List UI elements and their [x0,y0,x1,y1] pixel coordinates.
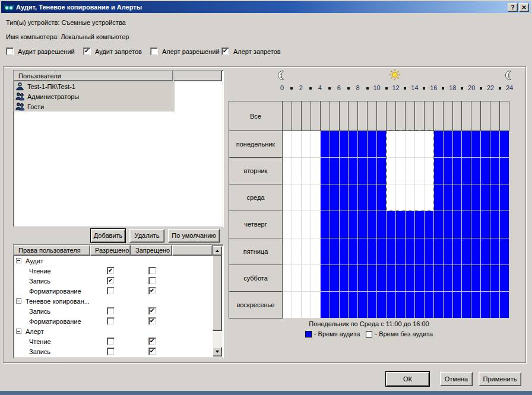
schedule-cell[interactable] [377,211,387,238]
grid-hour-header-cell[interactable] [500,101,509,131]
schedule-cell[interactable] [292,184,302,211]
collapse-icon[interactable] [16,258,21,263]
grid-hour-header-cell[interactable] [481,101,490,131]
schedule-cell[interactable] [434,131,444,158]
schedule-cell[interactable] [490,184,500,211]
grid-hour-header-cell[interactable] [377,101,387,131]
grid-day-label[interactable]: воскресенье [229,292,283,318]
schedule-cell[interactable] [368,184,377,211]
users-empty-column-header[interactable] [173,71,222,81]
schedule-cell[interactable] [377,292,387,318]
schedule-cell[interactable] [358,131,368,158]
audit-option-3[interactable]: Алерт разрешений [150,47,220,55]
allowed-checkbox[interactable] [107,317,115,325]
schedule-cell[interactable] [283,238,292,265]
denied-checkbox[interactable] [148,307,156,315]
rights-list[interactable]: Права пользователяРазрешеноЗапрещено Ауд… [13,244,224,358]
schedule-cell[interactable] [377,131,387,158]
schedule-cell[interactable] [302,211,311,238]
schedule-cell[interactable] [340,238,349,265]
schedule-cell[interactable] [471,211,481,238]
users-column-header[interactable]: Пользователи [14,71,173,81]
schedule-cell[interactable] [330,292,340,318]
denied-checkbox[interactable] [148,277,156,285]
schedule-cell[interactable] [415,158,425,184]
schedule-cell[interactable] [302,131,311,158]
schedule-cell[interactable] [471,292,481,318]
schedule-cell[interactable] [471,158,481,184]
schedule-cell[interactable] [500,238,509,265]
schedule-cell[interactable] [349,238,358,265]
schedule-cell[interactable] [396,265,406,292]
grid-hour-header-cell[interactable] [340,101,349,131]
schedule-cell[interactable] [368,238,377,265]
scrollbar-thumb[interactable] [213,256,222,331]
grid-hour-header-cell[interactable] [311,101,321,131]
schedule-cell[interactable] [453,211,463,238]
schedule-cell[interactable] [434,265,444,292]
delete-user-button[interactable]: Удалить [129,229,164,243]
schedule-cell[interactable] [500,265,509,292]
schedule-cell[interactable] [490,158,500,184]
schedule-cell[interactable] [406,158,415,184]
collapse-icon[interactable] [16,298,21,304]
grid-day-header-all[interactable]: Все [229,101,283,131]
schedule-cell[interactable] [377,265,387,292]
schedule-cell[interactable] [500,211,509,238]
schedule-cell[interactable] [302,292,311,318]
add-user-button[interactable]: Добавить [91,229,125,243]
users-list[interactable]: Пользователи Test-1-ПК\Test-1Администрат… [13,70,224,227]
schedule-cell[interactable] [283,211,292,238]
schedule-cell[interactable] [471,238,481,265]
schedule-cell[interactable] [292,265,302,292]
schedule-cell[interactable] [453,131,463,158]
schedule-cell[interactable] [311,158,321,184]
schedule-cell[interactable] [340,265,349,292]
schedule-cell[interactable] [292,131,302,158]
schedule-cell[interactable] [425,292,434,318]
schedule-cell[interactable] [471,131,481,158]
schedule-cell[interactable] [406,292,415,318]
schedule-cell[interactable] [292,211,302,238]
checkbox-icon[interactable] [150,47,158,55]
schedule-cell[interactable] [481,211,490,238]
schedule-cell[interactable] [330,265,340,292]
schedule-cell[interactable] [453,184,463,211]
schedule-cell[interactable] [425,211,434,238]
schedule-cell[interactable] [292,238,302,265]
schedule-cell[interactable] [425,131,434,158]
schedule-cell[interactable] [311,292,321,318]
schedule-cell[interactable] [302,184,311,211]
grid-hour-header-cell[interactable] [471,101,481,131]
schedule-cell[interactable] [462,184,471,211]
schedule-cell[interactable] [283,158,292,184]
schedule-cell[interactable] [368,158,377,184]
schedule-cell[interactable] [321,131,330,158]
schedule-cell[interactable] [311,184,321,211]
grid-hour-header-cell[interactable] [425,101,434,131]
denied-checkbox[interactable] [148,317,156,325]
schedule-cell[interactable] [349,131,358,158]
grid-day-label[interactable]: вторник [229,158,283,184]
schedule-cell[interactable] [500,158,509,184]
schedule-cell[interactable] [283,131,292,158]
schedule-cell[interactable] [368,265,377,292]
grid-hour-header-cell[interactable] [387,101,396,131]
schedule-cell[interactable] [462,238,471,265]
grid-hour-header-cell[interactable] [462,101,471,131]
schedule-cell[interactable] [340,158,349,184]
schedule-cell[interactable] [349,184,358,211]
schedule-cell[interactable] [330,158,340,184]
schedule-cell[interactable] [453,265,463,292]
grid-hour-header-cell[interactable] [302,101,311,131]
schedule-cell[interactable] [444,131,453,158]
schedule-cell[interactable] [321,292,330,318]
schedule-cell[interactable] [434,184,444,211]
schedule-cell[interactable] [500,292,509,318]
schedule-cell[interactable] [377,184,387,211]
collapse-icon[interactable] [16,329,21,334]
schedule-cell[interactable] [396,184,406,211]
schedule-grid[interactable]: Всепонедельниквторниксредачетвергпятница… [229,101,509,318]
allowed-checkbox[interactable] [107,337,115,345]
audit-option-1[interactable]: Аудит разрешений [6,47,75,55]
